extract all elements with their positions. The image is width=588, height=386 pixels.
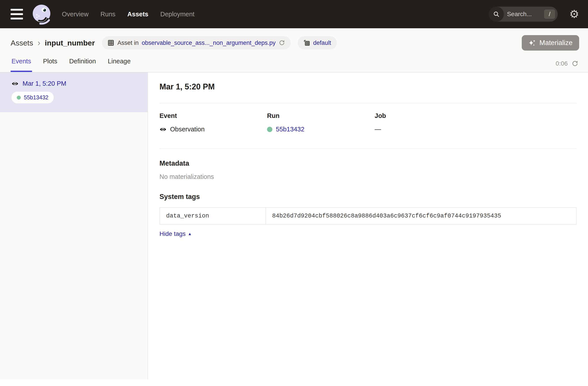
event-detail-grid: Event Observation Run 55b13432: [160, 112, 577, 133]
event-list-item[interactable]: Mar 1, 5:20 PM 55b13432: [0, 72, 147, 112]
event-type-value: Observation: [170, 126, 205, 133]
asset-pill-prefix: Asset in: [117, 40, 139, 46]
table-grid-icon: [107, 40, 114, 46]
nav-item-overview[interactable]: Overview: [62, 11, 89, 18]
settings-gear-icon[interactable]: ⚙: [569, 9, 579, 20]
breadcrumb: Assets › input_number Asset in observabl…: [0, 28, 588, 51]
metadata-empty-text: No materializations: [160, 173, 577, 181]
event-detail-title: Mar 1, 5:20 PM: [160, 82, 577, 91]
materialize-button[interactable]: Materialize: [522, 35, 579, 51]
divider: [160, 103, 577, 103]
caret-up-icon: ▲: [188, 232, 192, 236]
menu-icon[interactable]: [11, 9, 23, 20]
dagster-logo-icon[interactable]: [30, 3, 52, 25]
asset-definition-pill[interactable]: Asset in observable_source_ass..._non_ar…: [102, 36, 291, 49]
repo-default-link[interactable]: default: [313, 40, 331, 46]
breadcrumb-chevron-icon: ›: [38, 39, 41, 47]
event-timestamp-link[interactable]: Mar 1, 5:20 PM: [22, 80, 66, 87]
reload-icon[interactable]: [279, 40, 285, 46]
repo-location-pill[interactable]: default: [298, 36, 337, 49]
event-column-label: Event: [160, 112, 267, 120]
tag-value-cell: 84b26d7d9204cbf588026c8a9886d403a6c9637c…: [266, 208, 576, 224]
nav-item-deployment[interactable]: Deployment: [160, 11, 195, 18]
tab-events[interactable]: Events: [11, 58, 32, 72]
page-title: input_number: [45, 39, 95, 47]
observation-eye-icon: [160, 126, 167, 133]
sparkle-icon: [528, 39, 536, 47]
job-column-label: Job: [375, 112, 482, 120]
top-nav: Overview Runs Assets Deployment / ⚙: [0, 0, 588, 28]
nav-item-assets[interactable]: Assets: [127, 11, 148, 18]
asset-definition-link[interactable]: observable_source_ass..._non_argument_de…: [142, 40, 275, 46]
run-status-dot: [17, 96, 21, 100]
tab-bar: Events Plots Definition Lineage 0:06: [0, 51, 588, 72]
divider: [160, 148, 577, 149]
tag-key-cell: data_version: [160, 208, 266, 224]
run-status-dot: [267, 127, 272, 132]
system-tags-table: data_version 84b26d7d9204cbf588026c8a988…: [160, 207, 577, 224]
tab-plots[interactable]: Plots: [42, 58, 58, 72]
page-header: Assets › input_number Asset in observabl…: [0, 28, 588, 72]
job-empty-value: —: [375, 126, 381, 133]
search-box[interactable]: /: [489, 7, 558, 22]
search-shortcut-key: /: [544, 9, 555, 19]
observation-eye-icon: [11, 80, 19, 87]
tab-lineage[interactable]: Lineage: [107, 58, 131, 72]
metadata-heading: Metadata: [160, 160, 577, 167]
event-run-id-link[interactable]: 55b13432: [24, 94, 48, 101]
primary-nav: Overview Runs Assets Deployment: [62, 11, 194, 18]
hide-tags-label[interactable]: Hide tags: [160, 230, 186, 237]
materialize-label: Materialize: [539, 39, 572, 47]
refresh-countdown: 0:06: [556, 60, 568, 67]
system-tags-heading: System tags: [160, 193, 577, 201]
run-id-link[interactable]: 55b13432: [276, 126, 304, 133]
event-detail-panel: Mar 1, 5:20 PM Event Observation Run: [148, 72, 588, 379]
refresh-icon[interactable]: [572, 60, 578, 67]
breadcrumb-assets[interactable]: Assets: [11, 39, 33, 47]
run-column-label: Run: [267, 112, 375, 120]
search-icon: [489, 7, 504, 22]
workspace-grid-icon: [303, 40, 310, 46]
table-row: data_version 84b26d7d9204cbf588026c8a988…: [160, 208, 576, 224]
hide-tags-toggle[interactable]: Hide tags ▲: [160, 230, 192, 237]
tab-definition[interactable]: Definition: [68, 58, 97, 72]
nav-item-runs[interactable]: Runs: [101, 11, 116, 18]
event-run-chip[interactable]: 55b13432: [11, 92, 54, 103]
events-sidebar: Mar 1, 5:20 PM 55b13432: [0, 72, 148, 379]
search-input[interactable]: [507, 11, 540, 18]
